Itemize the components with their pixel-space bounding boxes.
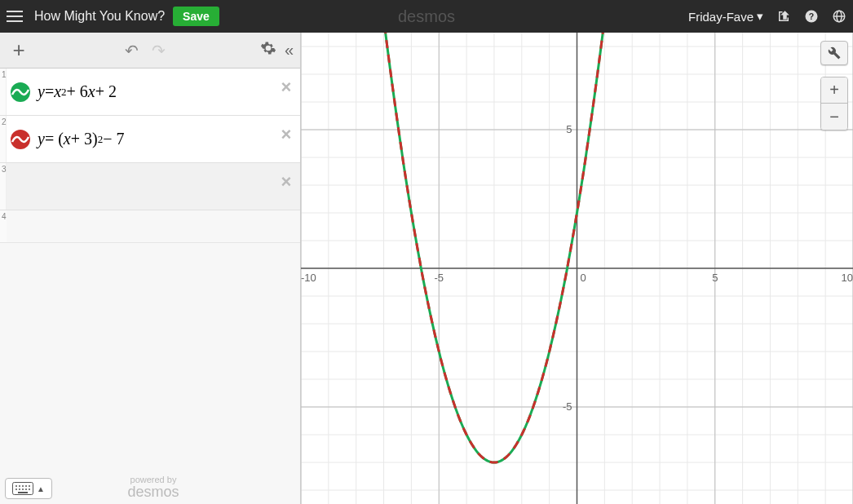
settings-button[interactable] — [260, 40, 276, 60]
expression-body[interactable]: y = x2 + 6x + 2 — [34, 69, 272, 115]
svg-point-11 — [25, 485, 27, 487]
expression-color-icon[interactable] — [7, 163, 34, 210]
svg-point-14 — [19, 489, 20, 490]
svg-text:5: 5 — [566, 123, 572, 135]
zoom-controls: + − — [820, 77, 848, 130]
svg-point-12 — [29, 485, 30, 487]
main: + ↶ ↷ « 1y = x2 + 6x + 2×2y = (x + 3)2 −… — [0, 33, 853, 504]
expression-body[interactable]: y = (x + 3)2 − 7 — [34, 116, 272, 162]
chevron-up-icon: ▲ — [37, 484, 45, 493]
chevron-down-icon: ▾ — [757, 9, 763, 24]
expression-row[interactable]: 1y = x2 + 6x + 2× — [0, 69, 300, 116]
svg-rect-18 — [18, 492, 28, 493]
graph-canvas[interactable]: -10-50510-55 — [301, 33, 853, 504]
svg-point-10 — [22, 485, 24, 487]
keyboard-button[interactable]: ▲ — [5, 478, 52, 499]
account-menu[interactable]: Friday-Fave ▾ — [688, 9, 763, 24]
graph-settings-button[interactable] — [820, 41, 848, 65]
close-icon: × — [281, 77, 292, 98]
user-name: Friday-Fave — [688, 10, 754, 24]
svg-text:?: ? — [809, 11, 814, 21]
expression-list: 1y = x2 + 6x + 2×2y = (x + 3)2 − 7×3×4 — [0, 69, 300, 504]
zoom-out-button[interactable]: − — [821, 104, 847, 130]
svg-text:-5: -5 — [434, 272, 444, 284]
undo-button[interactable]: ↶ — [125, 41, 139, 60]
svg-text:5: 5 — [712, 272, 718, 284]
expression-index: 1 — [0, 69, 7, 115]
svg-point-15 — [22, 489, 24, 490]
graph-title[interactable]: How Might You Know? — [34, 9, 165, 24]
save-button[interactable]: Save — [173, 7, 219, 26]
svg-text:10: 10 — [842, 272, 853, 284]
share-icon[interactable] — [776, 9, 791, 24]
zoom-in-button[interactable]: + — [821, 77, 847, 104]
add-expression-button[interactable]: + — [7, 38, 31, 63]
close-icon: × — [281, 124, 292, 145]
desmos-logo: desmos — [398, 7, 455, 26]
expression-row[interactable]: 4 — [0, 210, 300, 243]
redo-button[interactable]: ↷ — [152, 41, 166, 60]
graph-area[interactable]: -10-50510-55 + − — [301, 33, 853, 504]
menu-icon[interactable] — [7, 7, 26, 26]
svg-text:0: 0 — [581, 272, 586, 284]
svg-point-17 — [29, 489, 30, 490]
header-right: Friday-Fave ▾ ? — [688, 9, 846, 24]
delete-expression-button[interactable]: × — [272, 69, 300, 115]
delete-expression-button[interactable]: × — [272, 116, 300, 162]
expression-body[interactable] — [34, 163, 272, 210]
expression-index: 3 — [0, 163, 7, 210]
collapse-panel-button[interactable]: « — [285, 41, 294, 60]
panel-footer: ▲ powered by desmos — [5, 475, 295, 499]
delete-expression-button[interactable]: × — [272, 163, 300, 210]
app-header: How Might You Know? Save desmos Friday-F… — [0, 0, 853, 33]
svg-point-13 — [15, 489, 17, 490]
svg-text:-5: -5 — [563, 400, 572, 413]
expression-index: 2 — [0, 116, 7, 162]
svg-text:-10: -10 — [301, 272, 316, 284]
expression-color-icon[interactable] — [7, 69, 34, 115]
help-icon[interactable]: ? — [804, 9, 819, 24]
svg-point-8 — [15, 485, 17, 487]
expression-toolbar: + ↶ ↷ « — [0, 33, 300, 69]
powered-by: powered by desmos — [127, 475, 179, 499]
expression-row[interactable]: 3× — [0, 163, 300, 210]
language-icon[interactable] — [832, 9, 846, 24]
expression-index: 4 — [0, 210, 7, 242]
svg-point-16 — [25, 489, 27, 490]
expression-row[interactable]: 2y = (x + 3)2 − 7× — [0, 116, 300, 163]
close-icon: × — [281, 171, 292, 192]
svg-point-9 — [19, 485, 20, 487]
expression-color-icon[interactable] — [7, 116, 34, 162]
expression-panel: + ↶ ↷ « 1y = x2 + 6x + 2×2y = (x + 3)2 −… — [0, 33, 301, 504]
